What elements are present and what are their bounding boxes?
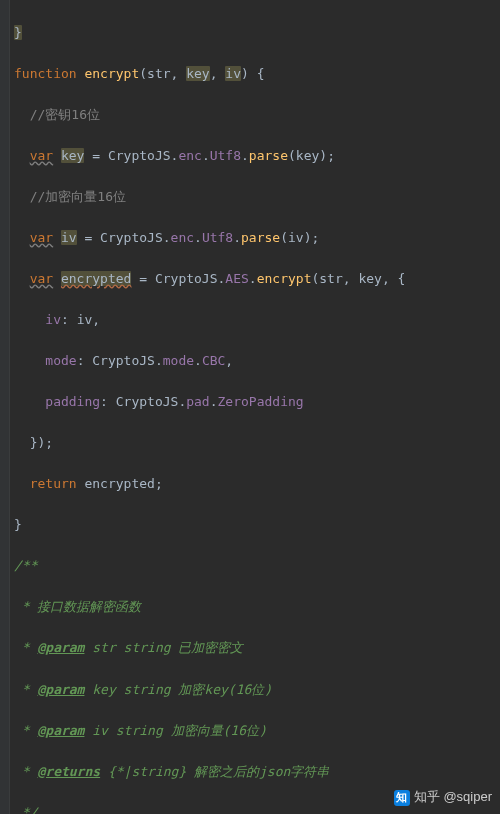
param-iv: iv [225, 66, 241, 81]
prop-iv: iv [45, 312, 61, 327]
paren: ( [139, 66, 147, 81]
dot: . [163, 230, 171, 245]
gutter [0, 0, 10, 814]
paren: ( [288, 148, 296, 163]
dot: . [241, 148, 249, 163]
arg-key: key [296, 148, 319, 163]
paren: ) [241, 66, 249, 81]
cbc: CBC [202, 353, 225, 368]
doc-returns: {*|string} 解密之后的json字符串 [100, 764, 329, 779]
paren: ) [319, 148, 327, 163]
param-key: key [186, 66, 209, 81]
comma: , [382, 271, 390, 286]
close-opts: }) [30, 435, 46, 450]
val-iv: iv [77, 312, 93, 327]
enc: enc [171, 230, 194, 245]
semi: ; [327, 148, 335, 163]
keyword-var: var [30, 230, 53, 245]
brace: { [398, 271, 406, 286]
var-key: key [61, 148, 84, 163]
zeropadding: ZeroPadding [218, 394, 304, 409]
mode-path: mode [163, 353, 194, 368]
eq: = [131, 271, 154, 286]
cryptojs: CryptoJS [155, 271, 218, 286]
keyword-var: var [30, 148, 53, 163]
watermark: 知知乎 @sqiper [394, 787, 492, 808]
prop-padding: padding [45, 394, 100, 409]
prop-mode: mode [45, 353, 76, 368]
cryptojs: CryptoJS [116, 394, 179, 409]
brace: } [14, 517, 22, 532]
doc-close: */ [14, 805, 37, 814]
doc-param-key: key string 加密key(16位) [84, 682, 272, 697]
doc-param-tag: @param [37, 723, 84, 738]
dot: . [210, 394, 218, 409]
comma: , [343, 271, 351, 286]
dot: . [194, 353, 202, 368]
doc-desc: * 接口数据解密函数 [14, 599, 141, 614]
cryptojs: CryptoJS [100, 230, 163, 245]
doc-returns-tag: @returns [37, 764, 100, 779]
return-encrypted: encrypted [84, 476, 154, 491]
dot: . [194, 230, 202, 245]
fn-aes-encrypt: encrypt [257, 271, 312, 286]
comma: , [171, 66, 179, 81]
pad-path: pad [186, 394, 209, 409]
arg-key: key [358, 271, 381, 286]
semi: ; [155, 476, 163, 491]
dot: . [155, 353, 163, 368]
arg-iv: iv [288, 230, 304, 245]
fn-parse: parse [241, 230, 280, 245]
zhihu-icon: 知 [394, 790, 410, 806]
colon: : [61, 312, 69, 327]
doc-open: /** [14, 558, 37, 573]
colon: : [77, 353, 85, 368]
fn-parse: parse [249, 148, 288, 163]
brace-close: } [14, 25, 22, 40]
comma: , [210, 66, 218, 81]
semi: ; [311, 230, 319, 245]
enc: enc [178, 148, 201, 163]
brace: { [257, 66, 265, 81]
keyword-function: function [14, 66, 77, 81]
eq: = [77, 230, 100, 245]
semi: ; [45, 435, 53, 450]
cryptojs: CryptoJS [108, 148, 171, 163]
comma: , [225, 353, 233, 368]
doc-param-tag: @param [37, 640, 84, 655]
fn-encrypt: encrypt [84, 66, 139, 81]
var-iv: iv [61, 230, 77, 245]
arg-str: str [319, 271, 342, 286]
dot: . [233, 230, 241, 245]
keyword-var: var [30, 271, 53, 286]
utf8: Utf8 [210, 148, 241, 163]
param-str: str [147, 66, 170, 81]
keyword-return: return [30, 476, 77, 491]
aes: AES [225, 271, 248, 286]
comment-iv16: //加密向量16位 [30, 189, 126, 204]
dot: . [249, 271, 257, 286]
colon: : [100, 394, 108, 409]
eq: = [84, 148, 107, 163]
doc-param-iv: iv string 加密向量(16位) [84, 723, 266, 738]
comma: , [92, 312, 100, 327]
cryptojs: CryptoJS [92, 353, 155, 368]
paren: ( [280, 230, 288, 245]
var-encrypted: encrypted [61, 271, 131, 286]
watermark-text: 知乎 @sqiper [414, 789, 492, 804]
utf8: Utf8 [202, 230, 233, 245]
dot: . [202, 148, 210, 163]
doc-param-str: str string 已加密密文 [84, 640, 243, 655]
code-editor[interactable]: } function encrypt(str, key, iv) { //密钥1… [0, 0, 500, 814]
comment-key16: //密钥16位 [30, 107, 100, 122]
doc-param-tag: @param [37, 682, 84, 697]
